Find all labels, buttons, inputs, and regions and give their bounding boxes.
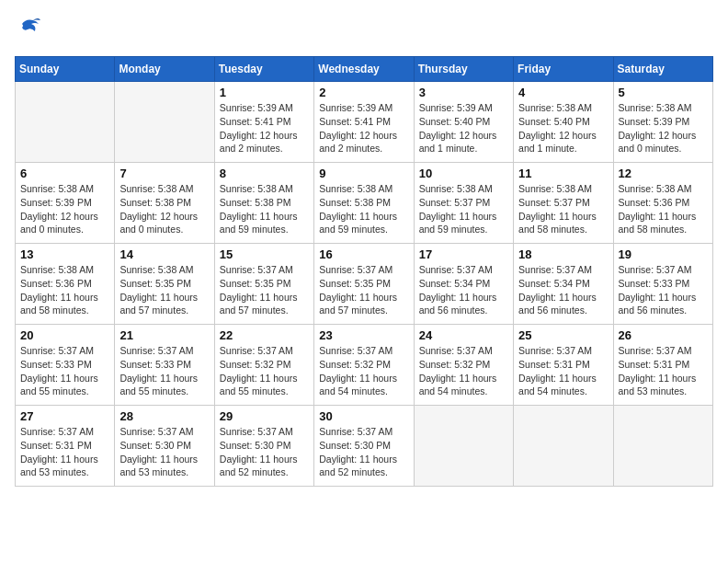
day-info: Sunrise: 5:38 AM Sunset: 5:38 PM Dayligh…: [220, 182, 309, 236]
calendar-cell: 2Sunrise: 5:39 AM Sunset: 5:41 PM Daylig…: [314, 82, 414, 163]
calendar-cell: 28Sunrise: 5:37 AM Sunset: 5:30 PM Dayli…: [115, 406, 214, 487]
day-number: 30: [319, 409, 408, 423]
day-number: 9: [319, 167, 408, 180]
day-info: Sunrise: 5:37 AM Sunset: 5:34 PM Dayligh…: [518, 263, 608, 317]
calendar-cell: 7Sunrise: 5:38 AM Sunset: 5:38 PM Daylig…: [115, 163, 214, 244]
calendar-cell: 5Sunrise: 5:38 AM Sunset: 5:39 PM Daylig…: [613, 82, 712, 163]
weekday-saturday: Saturday: [613, 57, 712, 82]
day-info: Sunrise: 5:37 AM Sunset: 5:35 PM Dayligh…: [220, 263, 309, 317]
day-info: Sunrise: 5:37 AM Sunset: 5:34 PM Dayligh…: [419, 263, 508, 317]
calendar-cell: 20Sunrise: 5:37 AM Sunset: 5:33 PM Dayli…: [16, 325, 115, 406]
calendar-cell: 22Sunrise: 5:37 AM Sunset: 5:32 PM Dayli…: [214, 325, 313, 406]
weekday-monday: Monday: [115, 57, 214, 82]
day-info: Sunrise: 5:38 AM Sunset: 5:35 PM Dayligh…: [119, 263, 209, 317]
calendar-cell: 6Sunrise: 5:38 AM Sunset: 5:39 PM Daylig…: [16, 163, 115, 244]
calendar-cell: 29Sunrise: 5:37 AM Sunset: 5:30 PM Dayli…: [214, 406, 313, 487]
week-row-5: 27Sunrise: 5:37 AM Sunset: 5:31 PM Dayli…: [16, 406, 713, 487]
day-info: Sunrise: 5:37 AM Sunset: 5:31 PM Dayligh…: [619, 344, 708, 398]
weekday-sunday: Sunday: [16, 57, 115, 82]
calendar-cell: 25Sunrise: 5:37 AM Sunset: 5:31 PM Dayli…: [514, 325, 613, 406]
day-number: 13: [20, 247, 109, 261]
page-header: [15, 15, 713, 45]
calendar-cell: 3Sunrise: 5:39 AM Sunset: 5:40 PM Daylig…: [414, 82, 513, 163]
day-info: Sunrise: 5:39 AM Sunset: 5:41 PM Dayligh…: [319, 101, 408, 155]
day-number: 21: [119, 328, 209, 342]
calendar-cell: 17Sunrise: 5:37 AM Sunset: 5:34 PM Dayli…: [414, 244, 513, 325]
calendar-cell: 16Sunrise: 5:37 AM Sunset: 5:35 PM Dayli…: [314, 244, 414, 325]
day-info: Sunrise: 5:38 AM Sunset: 5:37 PM Dayligh…: [518, 182, 608, 236]
day-number: 4: [518, 86, 608, 99]
day-info: Sunrise: 5:38 AM Sunset: 5:39 PM Dayligh…: [20, 182, 109, 236]
day-number: 8: [220, 167, 309, 180]
calendar-cell: 27Sunrise: 5:37 AM Sunset: 5:31 PM Dayli…: [16, 406, 115, 487]
day-number: 27: [20, 409, 109, 423]
day-number: 17: [419, 247, 508, 261]
day-number: 12: [619, 167, 708, 180]
calendar-cell: 24Sunrise: 5:37 AM Sunset: 5:32 PM Dayli…: [414, 325, 513, 406]
day-number: 11: [518, 167, 608, 180]
calendar-cell: 19Sunrise: 5:37 AM Sunset: 5:33 PM Dayli…: [613, 244, 712, 325]
calendar-cell: [115, 82, 214, 163]
day-info: Sunrise: 5:39 AM Sunset: 5:41 PM Dayligh…: [220, 101, 309, 155]
weekday-tuesday: Tuesday: [214, 57, 313, 82]
day-number: 18: [518, 247, 608, 261]
day-number: 16: [319, 247, 408, 261]
day-number: 24: [419, 328, 508, 342]
day-number: 10: [419, 167, 508, 180]
weekday-friday: Friday: [514, 57, 613, 82]
calendar-cell: 18Sunrise: 5:37 AM Sunset: 5:34 PM Dayli…: [514, 244, 613, 325]
day-number: 19: [619, 247, 708, 261]
weekday-header-row: SundayMondayTuesdayWednesdayThursdayFrid…: [16, 57, 713, 82]
calendar-cell: 8Sunrise: 5:38 AM Sunset: 5:38 PM Daylig…: [214, 163, 313, 244]
day-number: 3: [419, 86, 508, 99]
calendar-cell: 1Sunrise: 5:39 AM Sunset: 5:41 PM Daylig…: [214, 82, 313, 163]
day-info: Sunrise: 5:37 AM Sunset: 5:33 PM Dayligh…: [20, 344, 109, 398]
week-row-1: 1Sunrise: 5:39 AM Sunset: 5:41 PM Daylig…: [16, 82, 713, 163]
day-info: Sunrise: 5:38 AM Sunset: 5:38 PM Dayligh…: [119, 182, 209, 236]
calendar-cell: [414, 406, 513, 487]
day-info: Sunrise: 5:37 AM Sunset: 5:33 PM Dayligh…: [119, 344, 209, 398]
day-info: Sunrise: 5:37 AM Sunset: 5:30 PM Dayligh…: [119, 425, 209, 479]
day-info: Sunrise: 5:37 AM Sunset: 5:31 PM Dayligh…: [20, 425, 109, 479]
calendar-cell: 9Sunrise: 5:38 AM Sunset: 5:38 PM Daylig…: [314, 163, 414, 244]
day-info: Sunrise: 5:37 AM Sunset: 5:32 PM Dayligh…: [319, 344, 408, 398]
day-info: Sunrise: 5:37 AM Sunset: 5:30 PM Dayligh…: [319, 425, 408, 479]
day-info: Sunrise: 5:38 AM Sunset: 5:38 PM Dayligh…: [319, 182, 408, 236]
calendar-cell: 21Sunrise: 5:37 AM Sunset: 5:33 PM Dayli…: [115, 325, 214, 406]
day-info: Sunrise: 5:38 AM Sunset: 5:37 PM Dayligh…: [419, 182, 508, 236]
day-info: Sunrise: 5:37 AM Sunset: 5:31 PM Dayligh…: [518, 344, 608, 398]
logo-text: [15, 15, 42, 45]
day-number: 7: [119, 167, 209, 180]
calendar-table: SundayMondayTuesdayWednesdayThursdayFrid…: [15, 56, 713, 487]
calendar-cell: 13Sunrise: 5:38 AM Sunset: 5:36 PM Dayli…: [16, 244, 115, 325]
day-number: 14: [119, 247, 209, 261]
day-info: Sunrise: 5:38 AM Sunset: 5:40 PM Dayligh…: [518, 101, 608, 155]
calendar-cell: [16, 82, 115, 163]
day-number: 20: [20, 328, 109, 342]
day-info: Sunrise: 5:38 AM Sunset: 5:39 PM Dayligh…: [619, 101, 708, 155]
week-row-2: 6Sunrise: 5:38 AM Sunset: 5:39 PM Daylig…: [16, 163, 713, 244]
day-number: 25: [518, 328, 608, 342]
day-number: 29: [220, 409, 309, 423]
calendar-cell: 26Sunrise: 5:37 AM Sunset: 5:31 PM Dayli…: [613, 325, 712, 406]
calendar-cell: 14Sunrise: 5:38 AM Sunset: 5:35 PM Dayli…: [115, 244, 214, 325]
logo: [15, 15, 42, 45]
calendar-cell: 4Sunrise: 5:38 AM Sunset: 5:40 PM Daylig…: [514, 82, 613, 163]
day-info: Sunrise: 5:37 AM Sunset: 5:30 PM Dayligh…: [220, 425, 309, 479]
day-number: 28: [119, 409, 209, 423]
day-number: 26: [619, 328, 708, 342]
day-number: 6: [20, 167, 109, 180]
calendar-cell: 15Sunrise: 5:37 AM Sunset: 5:35 PM Dayli…: [214, 244, 313, 325]
day-info: Sunrise: 5:37 AM Sunset: 5:32 PM Dayligh…: [220, 344, 309, 398]
weekday-wednesday: Wednesday: [314, 57, 414, 82]
calendar-cell: [613, 406, 712, 487]
day-number: 15: [220, 247, 309, 261]
day-info: Sunrise: 5:37 AM Sunset: 5:32 PM Dayligh…: [419, 344, 508, 398]
day-number: 23: [319, 328, 408, 342]
day-number: 22: [220, 328, 309, 342]
day-number: 2: [319, 86, 408, 99]
calendar-cell: 10Sunrise: 5:38 AM Sunset: 5:37 PM Dayli…: [414, 163, 513, 244]
week-row-3: 13Sunrise: 5:38 AM Sunset: 5:36 PM Dayli…: [16, 244, 713, 325]
day-info: Sunrise: 5:38 AM Sunset: 5:36 PM Dayligh…: [20, 263, 109, 317]
day-info: Sunrise: 5:37 AM Sunset: 5:35 PM Dayligh…: [319, 263, 408, 317]
